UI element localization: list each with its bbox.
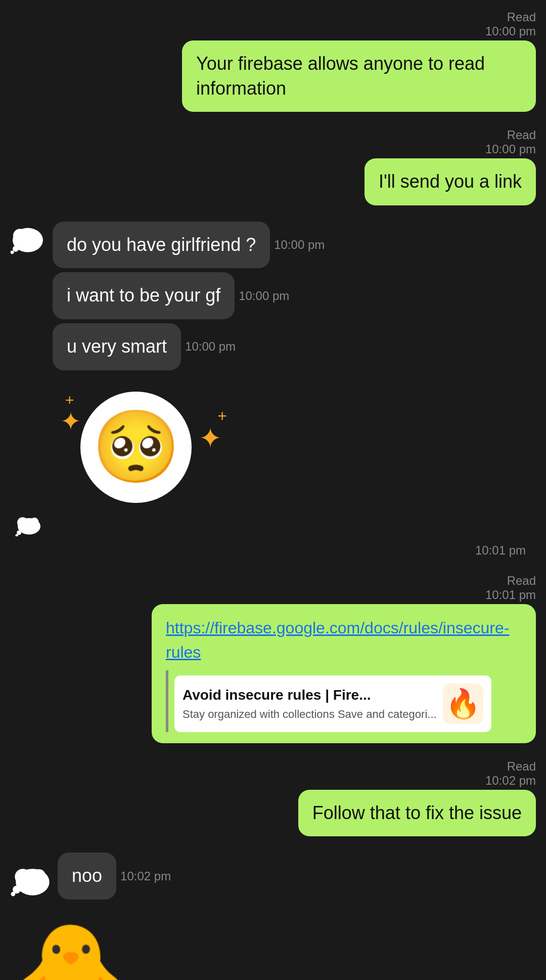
outgoing-message-2: Read 10:00 pm I'll send you a link [10,128,536,205]
sticker-face-container: ✦ + ✦ + 🥺 [50,387,242,538]
firebase-flame-icon: 🔥 [445,685,481,723]
bubble-row-3b: i want to be your gf 10:00 pm [53,272,325,319]
svg-point-2 [29,230,39,240]
sparkle-1: ✦ [60,407,81,436]
avatar-cloud-1 [10,224,46,259]
link-preview-title-5: Avoid insecure rules | Fire... [183,686,437,705]
bubble-out-1: Your firebase allows anyone to read info… [182,40,536,112]
link-preview-desc-5: Stay organized with collections Save and… [183,707,437,722]
bubble-out-5: https://firebase.google.com/docs/rules/i… [152,604,536,743]
message-meta-2: Read 10:00 pm [485,128,536,156]
bubble-out-2: I'll send you a link [365,158,536,205]
link-preview-text-5: Avoid insecure rules | Fire... Stay orga… [183,686,437,721]
incoming-message-7: noo 10:02 pm [10,853,536,900]
message-meta-5: Read 10:01 pm [485,574,536,602]
bubble-row-3a: do you have girlfriend ? 10:00 pm [53,222,325,269]
duck-sticker-container: 🐥 [20,916,121,980]
link-url-5[interactable]: https://firebase.google.com/docs/rules/i… [166,619,509,662]
bubble-in-3a: do you have girlfriend ? [53,222,270,269]
outgoing-message-6: Read 10:02 pm Follow that to fix the iss… [10,759,536,837]
bubble-in-3b: i want to be your gf [53,272,235,319]
bubble-in-3c: u very smart [53,323,181,370]
svg-point-14 [11,892,16,897]
bubble-row-7: noo 10:02 pm [58,853,171,900]
bubble-row-3c: u very smart 10:00 pm [53,323,325,370]
svg-point-7 [30,518,38,526]
firebase-icon-5: 🔥 [443,684,483,724]
svg-point-3 [13,245,19,251]
svg-point-12 [33,869,46,882]
avatar-cloud-7 [10,862,51,900]
face-emoji: 🥺 [92,405,180,489]
incoming-bubbles-3: do you have girlfriend ? 10:00 pm i want… [53,222,325,370]
sparkle-3: ✦ [199,422,222,454]
avatar-cloud-small-4 [15,514,43,538]
outgoing-link-5: Read 10:01 pm https://firebase.google.co… [10,574,536,743]
outgoing-message-1: Read 10:00 pm Your firebase allows anyon… [10,10,536,112]
bubble-out-6: Follow that to fix the issue [298,790,536,837]
message-meta-6: Read 10:02 pm [485,759,536,788]
duck-emoji: 🐥 [14,926,128,980]
sticker-duck-8: 🐥 [10,916,536,980]
svg-point-1 [13,229,27,242]
face-circle: 🥺 [80,392,192,503]
svg-point-11 [15,869,31,885]
bubble-in-7: noo [58,853,116,900]
sparkle-4: + [217,407,227,425]
sticker-time-4: 10:01 pm [10,543,536,558]
incoming-message-group-3: do you have girlfriend ? 10:00 pm i want… [10,222,536,370]
link-preview-5: Avoid insecure rules | Fire... Stay orga… [166,670,522,732]
sparkle-2: + [65,392,74,409]
svg-point-4 [11,250,14,254]
sticker-incoming-4: ✦ + ✦ + 🥺 [10,387,536,538]
incoming-bubbles-7: noo 10:02 pm [58,853,171,900]
svg-point-6 [17,517,28,528]
link-preview-card-5: Avoid insecure rules | Fire... Stay orga… [174,675,491,732]
message-meta-1: Read 10:00 pm [485,10,536,38]
